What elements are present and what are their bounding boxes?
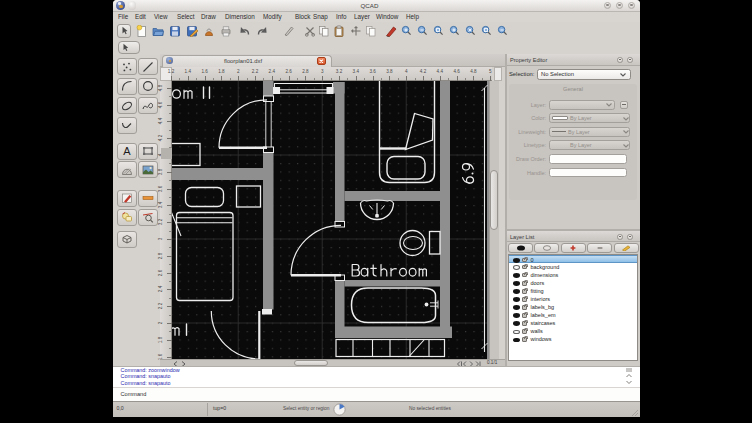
svg-text:A: A [123, 145, 131, 157]
